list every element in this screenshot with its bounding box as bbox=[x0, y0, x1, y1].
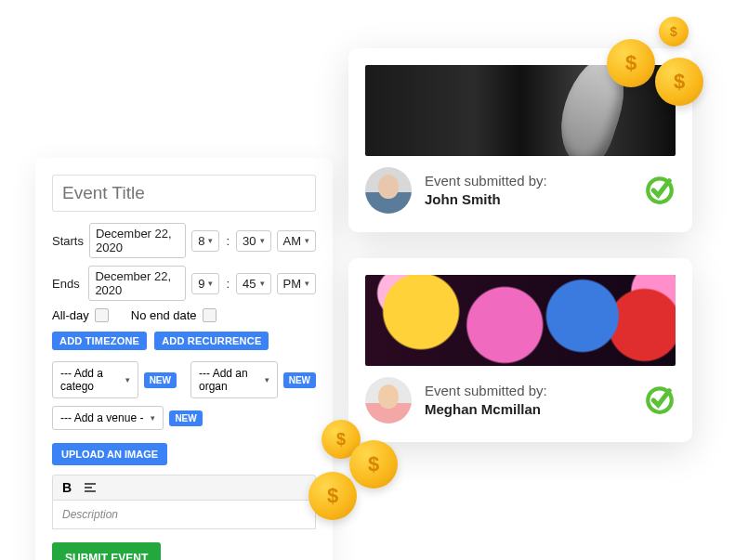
event-image bbox=[365, 275, 676, 366]
start-hour-select[interactable]: 8▾ bbox=[191, 230, 219, 252]
venue-select[interactable]: --- Add a venue -▾ bbox=[52, 406, 164, 430]
coin-icon: $ bbox=[308, 472, 357, 520]
chevron-down-icon: ▾ bbox=[260, 236, 265, 245]
starts-row: Starts December 22, 2020 8▾ : 30▾ AM▾ bbox=[52, 223, 316, 258]
align-button[interactable] bbox=[85, 483, 96, 492]
start-min-select[interactable]: 30▾ bbox=[236, 230, 270, 252]
chevron-down-icon: ▾ bbox=[151, 413, 155, 423]
category-select[interactable]: --- Add a catego▾ bbox=[52, 361, 138, 398]
noend-label: No end date bbox=[131, 308, 197, 322]
submitted-by-label: Event submitted by: bbox=[425, 382, 631, 400]
approved-check-icon bbox=[644, 384, 676, 416]
description-textarea[interactable]: Description bbox=[52, 501, 316, 529]
coin-icon: $ bbox=[655, 58, 703, 106]
add-timezone-button[interactable]: ADD TIMEZONE bbox=[52, 332, 147, 350]
noend-checkbox[interactable] bbox=[203, 308, 217, 322]
avatar bbox=[365, 167, 412, 214]
chevron-down-icon: ▾ bbox=[305, 236, 309, 245]
chevron-down-icon: ▾ bbox=[265, 375, 269, 384]
coin-icon: $ bbox=[659, 17, 689, 46]
card-info-row: Event submitted by: John Smith bbox=[348, 167, 692, 232]
submit-event-button[interactable]: SUBMIT EVENT bbox=[52, 542, 161, 560]
coins-decoration-bottom: $ $ $ bbox=[308, 420, 420, 531]
allday-noend-row: All-day No end date bbox=[52, 308, 316, 322]
allday-label: All-day bbox=[52, 308, 89, 322]
venue-row: --- Add a venue -▾ NEW bbox=[52, 406, 316, 430]
event-card: Event submitted by: Meghan Mcmillan bbox=[348, 258, 692, 442]
new-category-button[interactable]: NEW bbox=[144, 372, 177, 388]
submitter-name: Meghan Mcmillan bbox=[425, 400, 631, 419]
chevron-down-icon: ▾ bbox=[125, 375, 130, 384]
end-date-picker[interactable]: December 22, 2020 bbox=[88, 266, 186, 301]
chevron-down-icon: ▾ bbox=[260, 279, 265, 288]
avatar bbox=[365, 377, 412, 423]
end-min-select[interactable]: 45▾ bbox=[236, 273, 270, 294]
ends-label: Ends bbox=[52, 277, 83, 291]
submitter-info: Event submitted by: John Smith bbox=[425, 172, 631, 210]
chevron-down-icon: ▾ bbox=[208, 236, 213, 245]
add-recurrence-button[interactable]: ADD RECURRENCE bbox=[154, 332, 269, 350]
coins-decoration-top: $ $ $ bbox=[607, 17, 718, 110]
coin-icon: $ bbox=[607, 39, 655, 87]
start-date-picker[interactable]: December 22, 2020 bbox=[89, 223, 186, 258]
starts-label: Starts bbox=[52, 234, 84, 248]
new-venue-button[interactable]: NEW bbox=[169, 410, 202, 426]
time-colon: : bbox=[225, 277, 230, 291]
event-form-panel: Starts December 22, 2020 8▾ : 30▾ AM▾ En… bbox=[35, 158, 333, 560]
approved-check-icon bbox=[644, 175, 676, 206]
editor-toolbar: B bbox=[52, 475, 316, 501]
organizer-select[interactable]: --- Add an organ▾ bbox=[190, 361, 278, 398]
chevron-down-icon: ▾ bbox=[208, 279, 213, 288]
event-title-input[interactable] bbox=[52, 175, 316, 212]
new-organizer-button[interactable]: NEW bbox=[283, 372, 316, 388]
submitter-info: Event submitted by: Meghan Mcmillan bbox=[425, 382, 631, 420]
submitter-name: John Smith bbox=[425, 190, 631, 209]
end-ampm-select[interactable]: PM▾ bbox=[277, 273, 317, 294]
chevron-down-icon: ▾ bbox=[305, 279, 309, 288]
bold-button[interactable]: B bbox=[62, 480, 72, 495]
end-hour-select[interactable]: 9▾ bbox=[191, 273, 219, 294]
upload-image-button[interactable]: UPLOAD AN IMAGE bbox=[52, 443, 167, 465]
timezone-recurrence-row: ADD TIMEZONE ADD RECURRENCE bbox=[52, 332, 316, 350]
coin-icon: $ bbox=[349, 440, 398, 488]
ends-row: Ends December 22, 2020 9▾ : 45▾ PM▾ bbox=[52, 266, 316, 301]
start-ampm-select[interactable]: AM▾ bbox=[277, 230, 317, 252]
category-organizer-row: --- Add a catego▾ NEW --- Add an organ▾ … bbox=[52, 361, 316, 398]
allday-checkbox[interactable] bbox=[95, 308, 109, 322]
submitted-by-label: Event submitted by: bbox=[425, 172, 631, 190]
time-colon: : bbox=[225, 234, 230, 248]
